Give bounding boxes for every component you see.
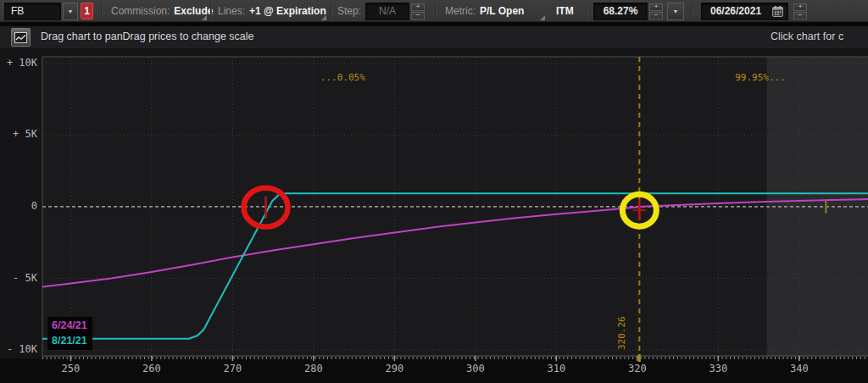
itm-label: ITM: [556, 5, 574, 17]
probability-input[interactable]: 68.27%: [593, 3, 648, 20]
separator: [331, 3, 331, 19]
x-axis-label: 270: [224, 363, 242, 375]
date-input[interactable]: 06/26/2021: [701, 3, 788, 20]
shaded-probability-region: [767, 57, 868, 356]
probability-section: 68.27% + − ▼: [593, 0, 684, 22]
probability-decrement-button[interactable]: −: [649, 12, 663, 19]
metric-label: Metric:: [445, 5, 476, 17]
date-stepper: + −: [793, 3, 807, 19]
pan-hint-text: Drag chart to panDrag prices to change s…: [41, 31, 254, 42]
probability-label: ...0.05%: [320, 72, 365, 83]
risk-profile-chart[interactable]: + 10K+ 5K0- 5K- 10K250260270280290300310…: [0, 48, 868, 383]
y-axis-label: + 10K: [0, 57, 37, 69]
chevron-down-icon: ▼: [673, 8, 679, 14]
probability-stepper: + −: [649, 3, 663, 19]
step-section: Step: N/A + −: [337, 0, 425, 22]
separator: [101, 3, 102, 19]
date-value: 06/26/2021: [710, 5, 761, 17]
separator: [435, 3, 436, 19]
lines-value: +1 @ Expiration: [249, 5, 326, 17]
commission-selector[interactable]: Commission: Exclude: [111, 0, 209, 22]
commission-value: Exclude: [174, 5, 213, 17]
lines-selector[interactable]: Lines: +1 @ Expiration: [218, 0, 328, 22]
plus-icon: +: [798, 3, 803, 10]
y-axis-label: - 10K: [0, 343, 37, 355]
symbol-section: FB ▼: [4, 0, 78, 22]
price-vline-label: 320.26: [616, 316, 627, 350]
minus-icon: −: [798, 12, 803, 19]
date-section: 06/26/2021 + −: [701, 0, 807, 22]
y-axis-label: - 5K: [0, 272, 37, 284]
metric-value: P/L Open: [480, 5, 524, 17]
plus-icon: +: [654, 3, 659, 10]
separator: [210, 3, 211, 19]
probability-label: 99.95%...: [735, 72, 786, 83]
legend-entry: 6/24/21: [52, 318, 87, 333]
minus-icon: −: [416, 12, 420, 19]
alert-badge[interactable]: 1: [81, 3, 93, 19]
legend: 6/24/218/21/21: [47, 317, 92, 350]
x-axis-label: 250: [62, 363, 81, 375]
step-decrement-button[interactable]: −: [411, 12, 425, 19]
x-axis-label: 260: [142, 363, 161, 375]
itm-indicator: ITM: [556, 0, 574, 22]
x-axis-label: 330: [709, 363, 727, 375]
step-input[interactable]: N/A: [365, 3, 409, 20]
x-axis-label: 300: [466, 363, 485, 375]
x-axis-label: 290: [386, 363, 404, 375]
calendar-icon[interactable]: [772, 6, 783, 17]
chart-icon: [14, 32, 27, 43]
x-axis-label: 320: [628, 363, 647, 375]
legend-entry: 8/21/21: [52, 333, 87, 348]
separator: [586, 3, 587, 19]
cursor-hint-text: Click chart for c: [771, 31, 868, 42]
x-axis-label: 340: [790, 363, 809, 375]
date-decrement-button[interactable]: −: [793, 12, 807, 19]
risk-profile-window: FB ▼ 1 Commission: Exclude Lines: +1 @ E…: [0, 0, 868, 383]
separator: [692, 3, 693, 19]
minus-icon: −: [654, 12, 659, 19]
symbol-input[interactable]: FB: [4, 3, 61, 20]
chart-settings-button[interactable]: [11, 28, 31, 47]
metric-selector[interactable]: Metric: P/L Open: [445, 0, 547, 22]
step-label: Step:: [337, 5, 361, 17]
step-stepper: + −: [411, 3, 425, 19]
y-axis-label: + 5K: [0, 128, 37, 140]
date-increment-button[interactable]: +: [793, 3, 807, 11]
x-axis-label: 310: [548, 363, 566, 375]
plus-icon: +: [416, 3, 420, 10]
symbol-dropdown-button[interactable]: ▼: [63, 3, 78, 20]
probability-increment-button[interactable]: +: [649, 3, 663, 11]
commission-label: Commission:: [111, 5, 170, 17]
x-axis-label: 280: [304, 363, 323, 375]
step-increment-button[interactable]: +: [411, 3, 425, 11]
plot-canvas[interactable]: [0, 48, 868, 383]
chart-hint-bar: Drag chart to panDrag prices to change s…: [0, 26, 868, 48]
probability-dropdown-button[interactable]: ▼: [667, 3, 684, 20]
analyze-toolbar: FB ▼ 1 Commission: Exclude Lines: +1 @ E…: [0, 0, 868, 22]
lines-label: Lines:: [218, 5, 245, 17]
chevron-down-icon: ▼: [68, 8, 74, 14]
y-axis-label: 0: [0, 200, 37, 212]
